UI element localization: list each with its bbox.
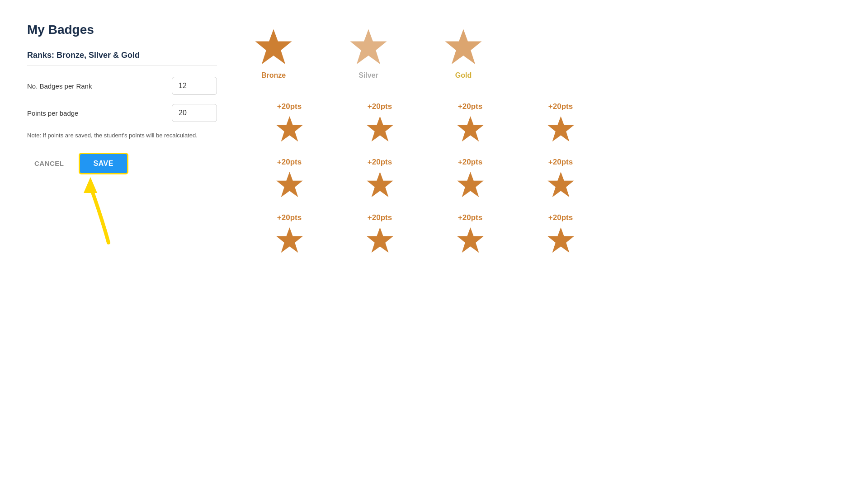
section-title: Ranks: Bronze, Silver & Gold [27, 51, 217, 60]
badge-star-icon [365, 115, 395, 144]
pts-label: +20pts [368, 213, 392, 222]
divider [27, 66, 217, 66]
badge-cell: +20pts [335, 209, 425, 264]
cancel-button[interactable]: CANCEL [27, 154, 71, 173]
badge-cell: +20pts [244, 209, 335, 264]
pts-label: +20pts [277, 158, 302, 167]
arrow-annotation [70, 173, 124, 245]
badge-cell: +20pts [335, 153, 425, 209]
svg-marker-7 [547, 116, 574, 141]
rank-bronze: Bronze [253, 27, 294, 80]
svg-marker-9 [367, 172, 393, 197]
badge-cell: +20pts [425, 98, 515, 153]
bronze-label: Bronze [261, 71, 286, 80]
svg-marker-8 [276, 172, 303, 197]
badge-star-icon [546, 226, 576, 255]
pts-label: +20pts [368, 102, 392, 111]
badge-cell: +20pts [335, 98, 425, 153]
svg-marker-15 [547, 227, 574, 253]
badge-star-icon [456, 170, 485, 200]
badges-grid: +20pts +20pts +20pts +20pts [244, 98, 606, 264]
points-per-badge-input[interactable] [172, 104, 217, 122]
badge-star-icon [365, 170, 395, 200]
badge-cell: +20pts [515, 98, 606, 153]
pts-label: +20pts [548, 158, 573, 167]
page-container: My Badges Ranks: Bronze, Silver & Gold N… [0, 0, 868, 287]
silver-label: Silver [359, 71, 378, 80]
note-text: Note: If points are saved, the student's… [27, 131, 217, 140]
badge-star-icon [275, 226, 304, 255]
badge-star-icon [456, 115, 485, 144]
points-per-badge-label: Points per badge [27, 109, 78, 117]
badges-per-rank-label: No. Badges per Rank [27, 82, 92, 90]
svg-marker-0 [84, 177, 97, 193]
badge-star-icon [275, 115, 304, 144]
svg-marker-10 [457, 172, 484, 197]
pts-label: +20pts [277, 102, 302, 111]
gold-star-icon [443, 27, 484, 68]
pts-label: +20pts [458, 158, 482, 167]
pts-label: +20pts [458, 102, 482, 111]
silver-star-icon [348, 27, 389, 68]
pts-label: +20pts [277, 213, 302, 222]
save-button[interactable]: SAVE [79, 153, 128, 174]
badge-cell: +20pts [425, 209, 515, 264]
bronze-star-icon [253, 27, 294, 68]
svg-marker-5 [367, 116, 393, 141]
svg-marker-3 [445, 29, 482, 64]
svg-marker-14 [457, 227, 484, 253]
svg-marker-13 [367, 227, 393, 253]
pts-label: +20pts [548, 102, 573, 111]
badge-star-icon [546, 170, 576, 200]
pts-label: +20pts [368, 158, 392, 167]
pts-label: +20pts [458, 213, 482, 222]
svg-marker-12 [276, 227, 303, 253]
badge-cell: +20pts [515, 209, 606, 264]
badges-per-rank-row: No. Badges per Rank [27, 77, 217, 95]
badge-cell: +20pts [244, 98, 335, 153]
points-per-badge-row: Points per badge [27, 104, 217, 122]
badges-per-rank-input[interactable] [172, 77, 217, 95]
button-row: CANCEL SAVE [27, 153, 217, 174]
badge-cell: +20pts [425, 153, 515, 209]
right-panel: Bronze Silver Gold +20pts [244, 23, 841, 264]
badge-star-icon [365, 226, 395, 255]
page-title: My Badges [27, 23, 217, 37]
svg-marker-6 [457, 116, 484, 141]
svg-marker-1 [255, 29, 292, 64]
rank-gold: Gold [443, 27, 484, 80]
badge-star-icon [275, 170, 304, 200]
rank-silver: Silver [348, 27, 389, 80]
pts-label: +20pts [548, 213, 573, 222]
left-panel: My Badges Ranks: Bronze, Silver & Gold N… [27, 23, 217, 264]
svg-marker-2 [350, 29, 387, 64]
svg-marker-11 [547, 172, 574, 197]
badge-cell: +20pts [244, 153, 335, 209]
badge-star-icon [456, 226, 485, 255]
rank-header: Bronze Silver Gold [244, 27, 841, 80]
svg-marker-4 [276, 116, 303, 141]
gold-label: Gold [455, 71, 472, 80]
badge-star-icon [546, 115, 576, 144]
badge-cell: +20pts [515, 153, 606, 209]
